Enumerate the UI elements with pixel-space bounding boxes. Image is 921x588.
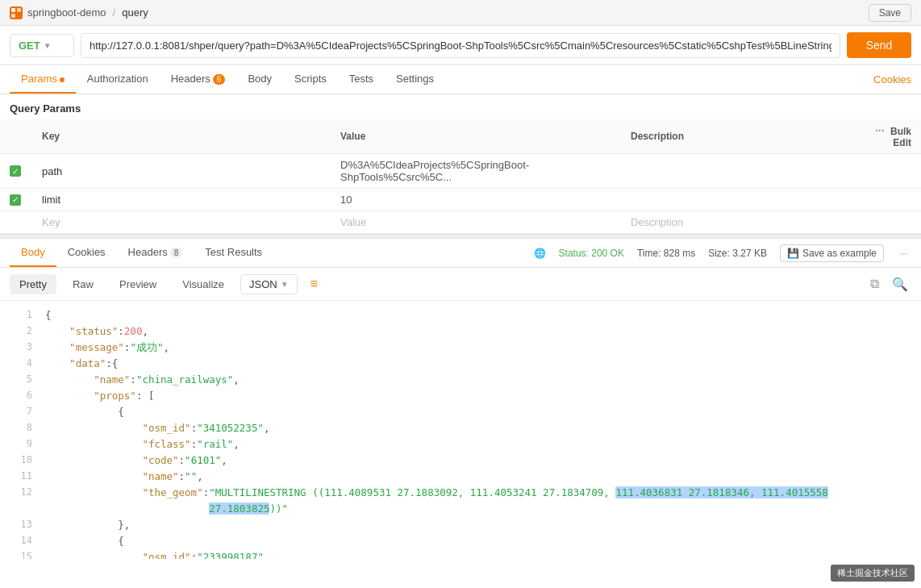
format-bar: Pretty Raw Preview Visualize JSON ▼ ≡ ⧉ …	[0, 268, 921, 301]
wrap-button[interactable]: ≡	[304, 273, 324, 295]
row2-checkbox[interactable]	[10, 194, 21, 206]
svg-rect-2	[11, 14, 15, 18]
more-options-icon[interactable]: ···	[897, 248, 911, 259]
save-as-example-button[interactable]: 💾 Save as example	[780, 244, 884, 262]
params-title: Query Params	[0, 94, 921, 119]
resp-tab-test-results[interactable]: Test Results	[194, 239, 273, 267]
breadcrumb-area: springboot-demo / query	[10, 6, 148, 19]
method-label: GET	[19, 40, 40, 52]
more-icon[interactable]: ···	[875, 124, 885, 137]
th-key: Key	[32, 119, 331, 154]
json-line-9: 9 "fclass": "rail",	[0, 436, 921, 452]
json-line-3: 3 "message": "成功",	[0, 340, 921, 356]
resp-headers-badge: 8	[170, 248, 183, 258]
format-actions: ⧉ 🔍	[867, 273, 911, 295]
params-dot	[60, 77, 65, 82]
tab-params[interactable]: Params	[10, 65, 76, 94]
row2-value: 10	[340, 194, 352, 206]
row2-key: limit	[42, 194, 60, 206]
method-chevron-icon: ▼	[44, 41, 52, 50]
globe-icon: 🌐	[534, 248, 546, 259]
json-line-10: 10 "code": "6101",	[0, 452, 921, 469]
json-line-4: 4 "data": {	[0, 356, 921, 372]
th-actions: ··· Bulk Edit	[856, 119, 921, 154]
response-tabs-bar: Body Cookies Headers8 Test Results 🌐 Sta…	[0, 239, 921, 268]
method-selector[interactable]: GET ▼	[10, 34, 74, 57]
json-line-14: 14 {	[0, 533, 921, 549]
placeholder-key: Key	[42, 216, 60, 228]
resp-tab-headers[interactable]: Headers8	[117, 239, 194, 267]
json-line-5: 5 "name": "china_railways",	[0, 372, 921, 388]
json-line-8: 8 "osm_id": "341052235",	[0, 420, 921, 436]
table-row: path D%3A%5CIdeaProjects%5CSpringBoot-Sh…	[0, 154, 921, 189]
cookies-link[interactable]: Cookies	[873, 66, 911, 93]
time-text: Time: 828 ms	[637, 248, 695, 259]
format-chevron-icon: ▼	[281, 280, 289, 289]
json-line-6: 6 "props": [	[0, 388, 921, 404]
url-input[interactable]	[81, 33, 840, 58]
query-params-section: Query Params Key Value Description ··· B…	[0, 94, 921, 234]
tab-headers[interactable]: Headers6	[160, 65, 237, 94]
url-bar: GET ▼ Send	[0, 26, 921, 65]
breadcrumb-current: query	[122, 6, 148, 19]
tab-settings[interactable]: Settings	[385, 65, 445, 94]
app-name: springboot-demo	[27, 6, 106, 19]
json-line-12: 12 "the_geom": "MULTILINESTRING ((111.40…	[0, 485, 921, 517]
json-viewer: 1 { 2 "status": 200, 3 "message": "成功", …	[0, 301, 921, 559]
tab-tests[interactable]: Tests	[338, 65, 385, 94]
send-button[interactable]: Send	[847, 32, 911, 58]
json-line-7: 7 {	[0, 404, 921, 420]
th-check	[0, 119, 32, 154]
app-logo	[10, 6, 23, 19]
breadcrumb-sep: /	[113, 6, 116, 19]
table-row: limit 10	[0, 189, 921, 211]
request-tabs: Params Authorization Headers6 Body Scrip…	[0, 65, 921, 94]
th-value: Value	[331, 119, 621, 154]
resp-tab-cookies[interactable]: Cookies	[56, 239, 117, 267]
tab-authorization[interactable]: Authorization	[76, 65, 160, 94]
save-button[interactable]: Save	[869, 4, 911, 22]
tab-scripts[interactable]: Scripts	[283, 65, 338, 94]
status-text: Status: 200 OK	[559, 248, 624, 259]
format-selector[interactable]: JSON ▼	[240, 274, 298, 294]
json-line-2: 2 "status": 200,	[0, 323, 921, 340]
placeholder-desc: Description	[631, 216, 683, 228]
top-bar: springboot-demo / query Save	[0, 0, 921, 26]
headers-badge: 6	[213, 74, 226, 85]
json-line-15: 15 "osm_id": "233998187",	[0, 549, 921, 559]
placeholder-row: Key Value Description	[0, 211, 921, 234]
row1-value: D%3A%5CIdeaProjects%5CSpringBoot-ShpTool…	[340, 159, 529, 183]
params-table: Key Value Description ··· Bulk Edit path…	[0, 119, 921, 234]
format-label: JSON	[249, 278, 277, 290]
svg-rect-0	[11, 8, 15, 12]
response-status-bar: 🌐 Status: 200 OK Time: 828 ms Size: 3.27…	[534, 244, 911, 262]
preview-button[interactable]: Preview	[110, 274, 166, 294]
tab-body[interactable]: Body	[236, 65, 283, 94]
row1-checkbox[interactable]	[10, 165, 21, 177]
size-text: Size: 3.27 KB	[708, 248, 767, 259]
visualize-button[interactable]: Visualize	[173, 274, 234, 294]
pretty-button[interactable]: Pretty	[10, 274, 56, 294]
th-description: Description	[621, 119, 856, 154]
placeholder-value: Value	[340, 216, 366, 228]
svg-rect-1	[17, 8, 21, 12]
json-line-1: 1 {	[0, 307, 921, 323]
row1-key: path	[42, 165, 62, 177]
save-icon: 💾	[787, 248, 799, 259]
copy-button[interactable]: ⧉	[867, 273, 882, 295]
json-line-11: 11 "name": "",	[0, 469, 921, 485]
resp-tab-body[interactable]: Body	[10, 239, 56, 267]
search-button[interactable]: 🔍	[889, 273, 911, 295]
raw-button[interactable]: Raw	[63, 274, 103, 294]
bulk-edit-button[interactable]: Bulk Edit	[890, 126, 911, 148]
json-line-13: 13 },	[0, 517, 921, 533]
